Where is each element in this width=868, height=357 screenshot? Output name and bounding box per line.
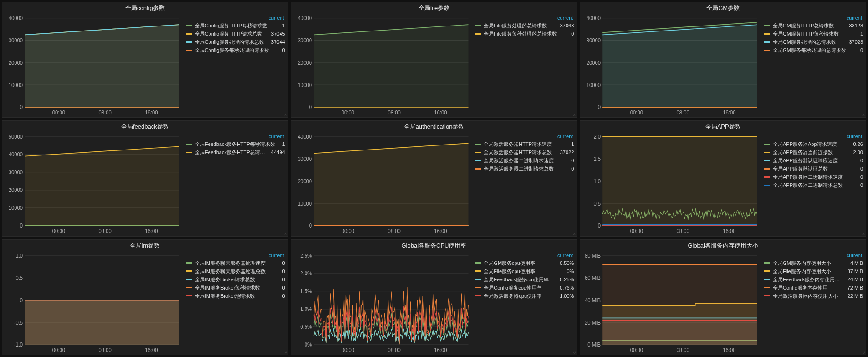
resize-handle-icon[interactable] [283,350,287,354]
chart-area[interactable]: 0100002000030000400005000000:0008:0016:0… [2,132,184,236]
panel-cpu[interactable]: Global各服务CPU使用率0%0.5%1.0%1.5%2.0%2.5%00:… [291,239,577,355]
legend-row[interactable]: 全局Config服务HTTP请求总数37045 [186,30,285,38]
svg-text:2.0%: 2.0% [300,270,312,277]
legend-row[interactable]: 全局IM服务聊天服务器处理速度0 [186,259,285,267]
panel-title[interactable]: 全局APP参数 [580,121,866,132]
panel-app[interactable]: 全局APP参数00.51.01.52.000:0008:0016:00curre… [580,120,866,236]
legend-row[interactable]: 全局Config服务处理的请求总数37044 [186,38,285,46]
resize-handle-icon[interactable] [572,113,576,116]
legend-row[interactable]: 全局IM服务Broker请求总数0 [186,275,285,284]
legend-row[interactable]: 全局Config服务HTTP每秒请求数1 [186,21,285,30]
legend-label: 全局GM服务HTTP总请求数 [773,22,846,29]
svg-text:0: 0 [20,222,23,229]
panel-title[interactable]: 全局authentication参数 [291,121,577,132]
legend-label: 全局Config服务HTTP每秒请求数 [195,22,280,29]
resize-handle-icon[interactable] [861,232,865,235]
legend-row[interactable]: 全局File服务内存使用大小37 MiB [764,267,863,275]
panel-title[interactable]: 全局file参数 [291,2,577,13]
legend: current全局GM服务内存使用大小4 MiB全局File服务内存使用大小37… [762,251,866,355]
chart-area[interactable]: 01000020000300004000000:0008:0016:00 [2,13,184,117]
legend-header: current [475,253,574,259]
legend-row[interactable]: 全局APP服务器二进制请求总数0 [764,181,863,189]
legend-row[interactable]: 全局GM服务cpu使用率0.50% [475,259,574,267]
legend-value: 0 [568,165,574,172]
legend-row[interactable]: 全局GM服务处理的总请求数37023 [764,38,863,46]
legend-row[interactable]: 全局APP服务器认证总数0 [764,165,863,173]
chart-area[interactable]: -1.0-0.500.51.000:0008:0016:00 [2,251,184,355]
panel-title[interactable]: 全局feedback参数 [2,121,288,132]
legend-row[interactable]: 全局APP服务器二进制请求速度0 [764,173,863,181]
panel-body: 0100002000030000400005000000:0008:0016:0… [2,132,288,236]
legend-label: 全局IM服务Broker池请求数 [195,292,280,300]
panel-mem[interactable]: Global各服务内存使用大小0 MiB20 MiB40 MiB60 MiB80… [580,239,866,355]
legend-row[interactable]: 全局APP服务器App请求速度0.26 [764,140,863,148]
legend-row[interactable]: 全局Feedback服务HTTP每秒请求数1 [186,140,285,148]
chart-area[interactable]: 0%0.5%1.0%1.5%2.0%2.5%00:0008:0016:00 [291,251,473,355]
svg-text:16:00: 16:00 [145,228,158,234]
legend-row[interactable]: 全局IM服务Broker每秒请求数0 [186,284,285,292]
legend-value: 37022 [557,149,574,156]
legend: current全局APP服务器App请求速度0.26全局APP服务器当前连接数2… [762,132,866,236]
svg-text:1.0: 1.0 [594,178,601,185]
legend-row[interactable]: 全局IM服务Broker池请求数0 [186,292,285,300]
legend-swatch [475,160,481,161]
legend-value: 22 MiB [845,292,863,300]
panel-file[interactable]: 全局file参数01000020000300004000000:0008:001… [291,2,577,118]
legend-label: 全局IM服务聊天服务器处理速度 [195,259,280,267]
legend-row[interactable]: 全局File服务每秒处理的总请求数0 [475,30,574,38]
resize-handle-icon[interactable] [861,113,865,116]
legend-row[interactable]: 全局APP服务器认证响应速度0 [764,156,863,165]
legend-row[interactable]: 全局Config服务每秒处理的请求数0 [186,46,285,54]
svg-text:0%: 0% [304,341,312,348]
legend-row[interactable]: 全局GM服务内存使用大小4 MiB [764,259,863,267]
resize-handle-icon[interactable] [283,113,287,116]
legend-row[interactable]: 全局Config服务内存使用72 MiB [764,284,863,292]
legend-row[interactable]: 全局Feedback服务内存使用大小24 MiB [764,275,863,284]
legend-row[interactable]: 全局GM服务HTTP每秒请求数1 [764,30,863,38]
legend-value: 0 [280,292,285,300]
svg-text:16:00: 16:00 [434,347,447,353]
legend-value: 0.76% [557,284,574,291]
panel-body: 0 MiB20 MiB40 MiB60 MiB80 MiB00:0008:001… [580,251,866,355]
resize-handle-icon[interactable] [283,232,287,235]
legend-row[interactable]: 全局激活服务器内存使用大小22 MiB [764,292,863,300]
chart-area[interactable]: 0 MiB20 MiB40 MiB60 MiB80 MiB00:0008:001… [580,251,762,355]
legend-row[interactable]: 全局GM服务每秒处理的总请求数0 [764,46,863,54]
legend-row[interactable]: 全局激活服务器HTTP请求总数37022 [475,148,574,156]
legend-row[interactable]: 全局File服务cpu使用率0% [475,267,574,275]
legend-row[interactable]: 全局Config服务cpu使用率0.76% [475,284,574,292]
chart-area[interactable]: 01000020000300004000000:0008:0016:00 [291,132,473,236]
panel-config[interactable]: 全局config参数01000020000300004000000:0008:0… [2,2,288,118]
svg-text:08:00: 08:00 [98,347,112,353]
legend-row[interactable]: 全局Feedback服务cpu使用率0.25% [475,275,574,284]
legend-row[interactable]: 全局激活服务器二进制请求总数0 [475,165,574,173]
legend-row[interactable]: 全局APP服务器当前连接数2.00 [764,148,863,156]
chart-area[interactable]: 01000020000300004000000:0008:0016:00 [580,13,762,117]
panel-title[interactable]: Global各服务CPU使用率 [291,240,577,251]
svg-text:20 MiB: 20 MiB [585,319,601,326]
legend-swatch [475,279,481,280]
panel-title[interactable]: 全局config参数 [2,2,288,13]
resize-handle-icon[interactable] [572,350,576,354]
chart-area[interactable]: 01000020000300004000000:0008:0016:00 [291,13,473,117]
legend-swatch [764,41,770,43]
panel-title[interactable]: 全局GM参数 [580,2,866,13]
legend-row[interactable]: 全局激活服务器HTTP请求速度1 [475,140,574,148]
resize-handle-icon[interactable] [572,232,576,235]
panel-title[interactable]: 全局im参数 [2,240,288,251]
legend-row[interactable]: 全局GM服务HTTP总请求数38128 [764,21,863,30]
legend-row[interactable]: 全局File服务处理的总请求数37063 [475,21,574,30]
panel-gm[interactable]: 全局GM参数01000020000300004000000:0008:0016:… [580,2,866,118]
legend-row[interactable]: 全局激活服务器二进制请求速度0 [475,156,574,165]
legend-row[interactable]: 全局激活服务器cpu使用率1.00% [475,292,574,300]
panel-title[interactable]: Global各服务内存使用大小 [580,240,866,251]
panel-feedback[interactable]: 全局feedback参数0100002000030000400005000000… [2,120,288,236]
legend-label: 全局GM服务HTTP每秒请求数 [773,30,858,37]
legend-row[interactable]: 全局IM服务聊天服务器处理总数0 [186,267,285,275]
legend-label: 全局File服务处理的总请求数 [484,22,557,29]
chart-area[interactable]: 00.51.01.52.000:0008:0016:00 [580,132,762,236]
resize-handle-icon[interactable] [861,350,865,354]
panel-im[interactable]: 全局im参数-1.0-0.500.51.000:0008:0016:00curr… [2,239,288,355]
panel-authentication[interactable]: 全局authentication参数0100002000030000400000… [291,120,577,236]
legend-row[interactable]: 全局Feedback服务HTTP总请求数44494 [186,148,285,156]
